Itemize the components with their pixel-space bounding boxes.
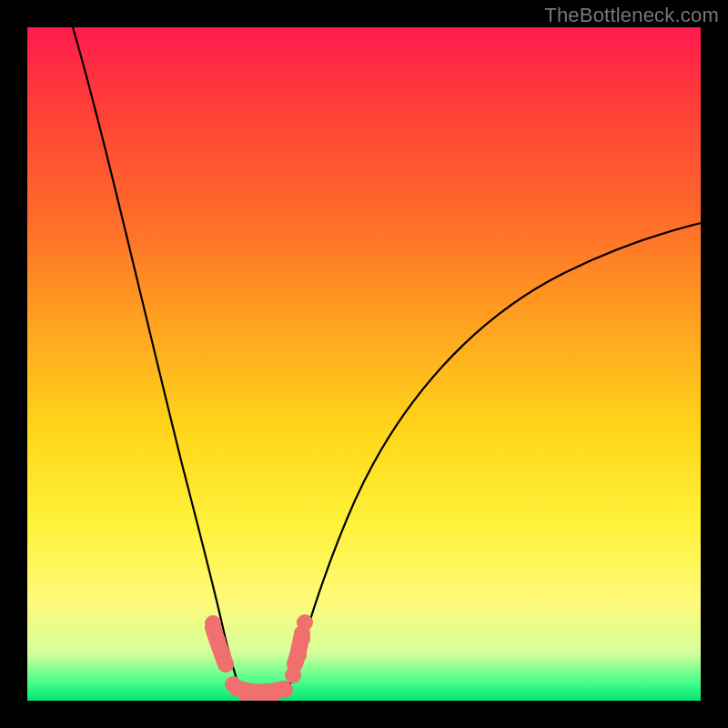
chart-marker	[277, 682, 293, 698]
chart-marker	[297, 614, 313, 631]
chart-svg	[27, 27, 701, 701]
chart-frame: TheBottleneck.com	[0, 0, 728, 728]
chart-plot-area	[27, 27, 701, 701]
curve-right-branch	[287, 223, 701, 693]
chart-marker	[285, 667, 301, 683]
chart-marker	[290, 647, 307, 663]
chart-marker	[205, 615, 221, 632]
chart-marker	[209, 632, 226, 649]
chart-marker	[294, 631, 310, 647]
watermark-text: TheBottleneck.com	[544, 4, 719, 27]
curve-left-branch	[73, 27, 242, 693]
